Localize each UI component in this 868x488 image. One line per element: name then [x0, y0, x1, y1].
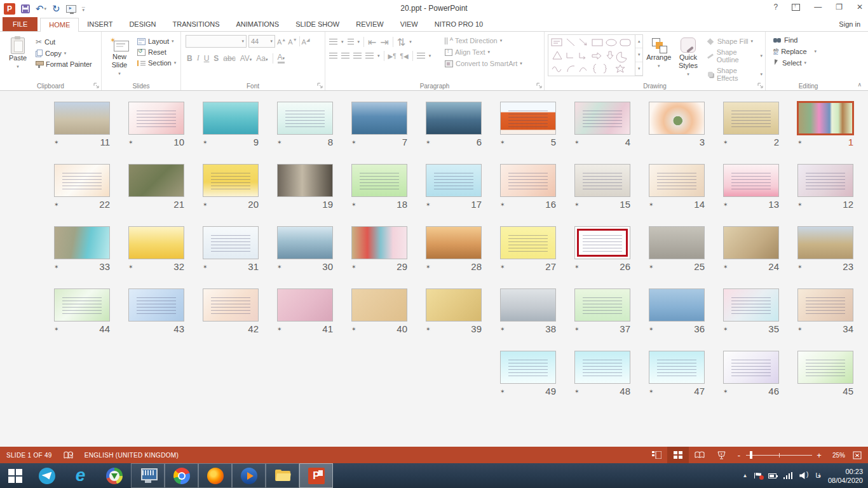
slide-thumbnail-10[interactable]: [128, 102, 184, 135]
slide-thumbnail-4[interactable]: [574, 102, 630, 135]
replace-button[interactable]: abacReplace▾: [771, 46, 851, 57]
animation-star-icon[interactable]: ✶: [723, 326, 732, 332]
tab-slide-show[interactable]: SLIDE SHOW: [287, 18, 348, 31]
fit-slide-to-window-button[interactable]: [849, 447, 865, 463]
animation-star-icon[interactable]: ✶: [574, 326, 583, 332]
animation-star-icon[interactable]: ✶: [500, 201, 509, 208]
slide-thumbnail-8[interactable]: [277, 102, 333, 135]
shape-effects-button[interactable]: Shape Effects▾: [705, 65, 765, 83]
slide-thumbnail-11[interactable]: [54, 102, 110, 135]
show-hidden-icons-button[interactable]: ▲: [742, 473, 747, 478]
slide-thumbnail-30[interactable]: [277, 226, 333, 259]
animation-star-icon[interactable]: ✶: [797, 201, 806, 208]
slide-thumbnail-20[interactable]: [203, 164, 259, 197]
animation-star-icon[interactable]: ✶: [351, 201, 360, 208]
shapes-gallery[interactable]: [548, 34, 635, 76]
paste-button[interactable]: Paste▾: [3, 34, 33, 71]
paragraph-dialog-launcher[interactable]: [536, 83, 542, 88]
font-size-combobox[interactable]: 44▾: [248, 35, 275, 48]
line-spacing-button[interactable]: ⇅: [397, 36, 405, 48]
animation-star-icon[interactable]: ✶: [54, 264, 63, 270]
normal-view-button[interactable]: [646, 447, 667, 463]
change-case-button[interactable]: Aa▾: [256, 54, 268, 63]
shrink-font-button[interactable]: A▼: [288, 37, 297, 46]
slide-thumbnail-42[interactable]: [203, 288, 259, 322]
slide-thumbnail-24[interactable]: [723, 226, 779, 259]
font-dialog-launcher[interactable]: [317, 83, 323, 88]
power-icon[interactable]: [768, 473, 776, 478]
font-name-combobox[interactable]: ▾: [186, 35, 247, 48]
slide-thumbnail-39[interactable]: [426, 288, 482, 322]
arrange-button[interactable]: Arrange▾: [643, 34, 674, 83]
taskbar-remote-desktop-button[interactable]: [131, 463, 165, 488]
animation-star-icon[interactable]: ✶: [574, 264, 583, 270]
animation-star-icon[interactable]: ✶: [277, 326, 286, 332]
align-right-button[interactable]: [353, 53, 362, 59]
decrease-indent-button[interactable]: ⇤: [368, 36, 376, 48]
slide-thumbnail-27[interactable]: [500, 226, 556, 259]
format-painter-button[interactable]: Format Painter: [33, 59, 95, 69]
slide-thumbnail-17[interactable]: [426, 164, 482, 197]
slide-thumbnail-13[interactable]: [723, 164, 779, 197]
quick-styles-button[interactable]: Quick Styles▾: [674, 34, 702, 83]
animation-star-icon[interactable]: ✶: [54, 326, 63, 332]
spell-check-icon[interactable]: [64, 451, 73, 459]
italic-button[interactable]: I: [197, 53, 200, 63]
rtl-direction-button[interactable]: ¶◀: [400, 53, 409, 60]
animation-star-icon[interactable]: ✶: [649, 201, 658, 208]
animation-star-icon[interactable]: ✶: [426, 264, 435, 270]
zoom-level[interactable]: 25%: [826, 452, 845, 459]
find-button[interactable]: Find: [771, 35, 851, 45]
slide-thumbnail-5[interactable]: [500, 102, 556, 135]
align-left-button[interactable]: [329, 53, 337, 59]
underline-button[interactable]: U: [204, 54, 210, 63]
animation-star-icon[interactable]: ✶: [574, 388, 583, 395]
action-center-icon[interactable]: [754, 473, 761, 478]
shapes-scroll-up-icon[interactable]: ▲: [635, 35, 642, 48]
slide-thumbnail-3[interactable]: [649, 102, 705, 135]
animation-star-icon[interactable]: ✶: [574, 201, 583, 208]
start-button[interactable]: [0, 463, 30, 488]
collapse-ribbon-button[interactable]: ∧: [857, 81, 862, 88]
shape-outline-button[interactable]: Shape Outline▾: [705, 47, 765, 65]
taskbar-chrome-button[interactable]: [165, 463, 198, 488]
tab-insert[interactable]: INSERT: [79, 18, 121, 31]
taskbar-media-player-button[interactable]: [232, 463, 266, 488]
slide-thumbnail-40[interactable]: [351, 288, 407, 322]
slide-show-button[interactable]: [710, 447, 732, 463]
animation-star-icon[interactable]: ✶: [351, 326, 360, 332]
animation-star-icon[interactable]: ✶: [500, 264, 509, 270]
slide-thumbnail-21[interactable]: [128, 164, 184, 197]
animation-star-icon[interactable]: ✶: [797, 139, 806, 146]
animation-star-icon[interactable]: ✶: [500, 139, 509, 146]
slide-thumbnail-2[interactable]: [723, 102, 779, 135]
slide-thumbnail-34[interactable]: [797, 288, 853, 322]
slide-thumbnail-29[interactable]: [351, 226, 407, 259]
tab-file[interactable]: FILE: [3, 17, 37, 31]
animation-star-icon[interactable]: ✶: [500, 326, 509, 332]
close-button[interactable]: ✕: [857, 3, 863, 11]
animation-star-icon[interactable]: ✶: [649, 264, 658, 270]
slide-thumbnail-1[interactable]: [797, 102, 853, 135]
tab-animations[interactable]: ANIMATIONS: [228, 18, 288, 31]
cut-button[interactable]: ✂Cut: [33, 36, 95, 48]
network-signal-icon[interactable]: [783, 472, 792, 479]
character-spacing-button[interactable]: AV▾: [240, 54, 252, 63]
slide-thumbnail-48[interactable]: [574, 351, 630, 384]
bullets-button[interactable]: [329, 39, 337, 45]
slide-thumbnail-16[interactable]: [500, 164, 556, 197]
animation-star-icon[interactable]: ✶: [797, 326, 806, 332]
select-button[interactable]: Select▾: [771, 58, 851, 68]
language-indicator[interactable]: ENGLISH (UNITED KINGDOM): [85, 452, 179, 459]
taskbar-firefox-button[interactable]: [198, 463, 232, 488]
slide-thumbnail-22[interactable]: [54, 164, 110, 197]
slide-thumbnail-7[interactable]: [351, 102, 407, 135]
slide-thumbnail-25[interactable]: [649, 226, 705, 259]
tab-review[interactable]: REVIEW: [348, 18, 391, 31]
animation-star-icon[interactable]: ✶: [723, 264, 732, 270]
taskbar-file-explorer-button[interactable]: [266, 463, 299, 488]
animation-star-icon[interactable]: ✶: [128, 264, 137, 270]
animation-star-icon[interactable]: ✶: [649, 326, 658, 332]
text-shadow-button[interactable]: S: [214, 54, 219, 63]
ribbon-display-options-button[interactable]: [792, 4, 800, 11]
